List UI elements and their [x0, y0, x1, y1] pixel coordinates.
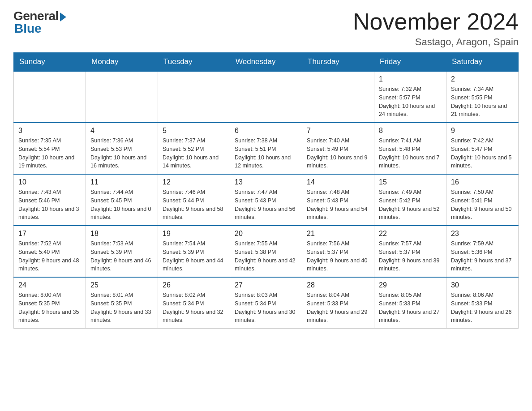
day-info: Sunrise: 7:37 AMSunset: 5:52 PMDaylight:…: [163, 137, 225, 170]
day-info: Sunrise: 7:50 AMSunset: 5:41 PMDaylight:…: [451, 188, 514, 222]
week-row-4: 17Sunrise: 7:52 AMSunset: 5:40 PMDayligh…: [14, 226, 519, 277]
calendar-cell: 2Sunrise: 7:34 AMSunset: 5:55 PMDaylight…: [446, 71, 519, 123]
day-number: 12: [163, 178, 225, 186]
day-info: Sunrise: 7:40 AMSunset: 5:49 PMDaylight:…: [307, 137, 369, 170]
calendar-cell: 24Sunrise: 8:00 AMSunset: 5:35 PMDayligh…: [14, 277, 86, 329]
calendar-cell: [86, 71, 158, 123]
location-subtitle: Sastago, Aragon, Spain: [353, 36, 519, 48]
day-info: Sunrise: 7:59 AMSunset: 5:36 PMDaylight:…: [451, 240, 514, 273]
calendar-cell: 29Sunrise: 8:05 AMSunset: 5:33 PMDayligh…: [374, 277, 446, 329]
day-info: Sunrise: 7:49 AMSunset: 5:42 PMDaylight:…: [379, 188, 442, 222]
day-info: Sunrise: 8:01 AMSunset: 5:35 PMDaylight:…: [90, 291, 153, 325]
day-number: 7: [307, 127, 369, 135]
day-info: Sunrise: 7:41 AMSunset: 5:48 PMDaylight:…: [379, 137, 442, 170]
week-row-1: 1Sunrise: 7:32 AMSunset: 5:57 PMDaylight…: [14, 71, 519, 123]
calendar-cell: 17Sunrise: 7:52 AMSunset: 5:40 PMDayligh…: [14, 226, 86, 277]
weekday-header-saturday: Saturday: [446, 53, 519, 72]
calendar-table: SundayMondayTuesdayWednesdayThursdayFrid…: [13, 52, 519, 329]
calendar-cell: 16Sunrise: 7:50 AMSunset: 5:41 PMDayligh…: [446, 174, 519, 226]
weekday-header-sunday: Sunday: [14, 53, 86, 72]
day-info: Sunrise: 7:47 AMSunset: 5:43 PMDaylight:…: [235, 188, 297, 222]
title-block: November 2024 Sastago, Aragon, Spain: [353, 9, 519, 48]
calendar-cell: 6Sunrise: 7:38 AMSunset: 5:51 PMDaylight…: [230, 123, 302, 174]
weekday-header-tuesday: Tuesday: [158, 53, 230, 72]
calendar-cell: 23Sunrise: 7:59 AMSunset: 5:36 PMDayligh…: [446, 226, 519, 277]
day-info: Sunrise: 7:44 AMSunset: 5:45 PMDaylight:…: [90, 188, 153, 222]
weekday-header-row: SundayMondayTuesdayWednesdayThursdayFrid…: [14, 53, 519, 72]
day-number: 24: [18, 281, 81, 289]
day-number: 30: [451, 281, 514, 289]
day-number: 8: [379, 127, 442, 135]
calendar-cell: 10Sunrise: 7:43 AMSunset: 5:46 PMDayligh…: [14, 174, 86, 226]
calendar-cell: 27Sunrise: 8:03 AMSunset: 5:34 PMDayligh…: [230, 277, 302, 329]
month-year-title: November 2024: [353, 9, 519, 34]
day-number: 28: [307, 281, 369, 289]
day-info: Sunrise: 7:57 AMSunset: 5:37 PMDaylight:…: [379, 240, 442, 273]
logo: General Blue: [13, 9, 66, 36]
day-info: Sunrise: 7:55 AMSunset: 5:38 PMDaylight:…: [235, 240, 297, 273]
calendar-cell: 21Sunrise: 7:56 AMSunset: 5:37 PMDayligh…: [302, 226, 374, 277]
day-number: 25: [90, 281, 153, 289]
day-number: 22: [379, 230, 442, 238]
day-number: 17: [18, 230, 81, 238]
day-number: 10: [18, 178, 81, 186]
calendar-cell: 25Sunrise: 8:01 AMSunset: 5:35 PMDayligh…: [86, 277, 158, 329]
day-info: Sunrise: 7:56 AMSunset: 5:37 PMDaylight:…: [307, 240, 369, 273]
day-number: 6: [235, 127, 297, 135]
calendar-cell: 30Sunrise: 8:06 AMSunset: 5:33 PMDayligh…: [446, 277, 519, 329]
day-number: 21: [307, 230, 369, 238]
calendar-cell: 14Sunrise: 7:48 AMSunset: 5:43 PMDayligh…: [302, 174, 374, 226]
weekday-header-thursday: Thursday: [302, 53, 374, 72]
day-number: 26: [163, 281, 225, 289]
calendar-cell: 13Sunrise: 7:47 AMSunset: 5:43 PMDayligh…: [230, 174, 302, 226]
day-number: 27: [235, 281, 297, 289]
weekday-header-friday: Friday: [374, 53, 446, 72]
day-number: 20: [235, 230, 297, 238]
day-info: Sunrise: 7:38 AMSunset: 5:51 PMDaylight:…: [235, 137, 297, 170]
calendar-cell: 22Sunrise: 7:57 AMSunset: 5:37 PMDayligh…: [374, 226, 446, 277]
weekday-header-wednesday: Wednesday: [230, 53, 302, 72]
day-number: 15: [379, 178, 442, 186]
day-info: Sunrise: 7:54 AMSunset: 5:39 PMDaylight:…: [163, 240, 225, 273]
day-info: Sunrise: 7:36 AMSunset: 5:53 PMDaylight:…: [90, 137, 153, 170]
day-number: 29: [379, 281, 442, 289]
weekday-header-monday: Monday: [86, 53, 158, 72]
calendar-cell: 5Sunrise: 7:37 AMSunset: 5:52 PMDaylight…: [158, 123, 230, 174]
calendar-cell: 15Sunrise: 7:49 AMSunset: 5:42 PMDayligh…: [374, 174, 446, 226]
calendar-cell: 18Sunrise: 7:53 AMSunset: 5:39 PMDayligh…: [86, 226, 158, 277]
calendar-cell: 26Sunrise: 8:02 AMSunset: 5:34 PMDayligh…: [158, 277, 230, 329]
calendar-cell: [230, 71, 302, 123]
calendar-cell: [14, 71, 86, 123]
day-info: Sunrise: 7:53 AMSunset: 5:39 PMDaylight:…: [90, 240, 153, 273]
day-info: Sunrise: 7:42 AMSunset: 5:47 PMDaylight:…: [451, 137, 514, 170]
day-info: Sunrise: 7:43 AMSunset: 5:46 PMDaylight:…: [18, 188, 81, 222]
day-info: Sunrise: 8:02 AMSunset: 5:34 PMDaylight:…: [163, 291, 225, 325]
day-number: 23: [451, 230, 514, 238]
week-row-5: 24Sunrise: 8:00 AMSunset: 5:35 PMDayligh…: [14, 277, 519, 329]
week-row-2: 3Sunrise: 7:35 AMSunset: 5:54 PMDaylight…: [14, 123, 519, 174]
calendar-cell: [158, 71, 230, 123]
day-info: Sunrise: 7:34 AMSunset: 5:55 PMDaylight:…: [451, 85, 514, 119]
day-info: Sunrise: 7:52 AMSunset: 5:40 PMDaylight:…: [18, 240, 81, 273]
calendar-cell: 20Sunrise: 7:55 AMSunset: 5:38 PMDayligh…: [230, 226, 302, 277]
logo-arrow-icon: [60, 13, 66, 21]
day-number: 18: [90, 230, 153, 238]
day-number: 11: [90, 178, 153, 186]
logo-blue-text: Blue: [13, 21, 42, 36]
calendar-cell: 4Sunrise: 7:36 AMSunset: 5:53 PMDaylight…: [86, 123, 158, 174]
calendar-cell: 12Sunrise: 7:46 AMSunset: 5:44 PMDayligh…: [158, 174, 230, 226]
calendar-cell: 1Sunrise: 7:32 AMSunset: 5:57 PMDaylight…: [374, 71, 446, 123]
day-number: 13: [235, 178, 297, 186]
calendar-cell: [302, 71, 374, 123]
day-number: 1: [379, 75, 442, 83]
calendar-cell: 11Sunrise: 7:44 AMSunset: 5:45 PMDayligh…: [86, 174, 158, 226]
week-row-3: 10Sunrise: 7:43 AMSunset: 5:46 PMDayligh…: [14, 174, 519, 226]
day-number: 19: [163, 230, 225, 238]
calendar-cell: 19Sunrise: 7:54 AMSunset: 5:39 PMDayligh…: [158, 226, 230, 277]
day-number: 14: [307, 178, 369, 186]
day-info: Sunrise: 7:35 AMSunset: 5:54 PMDaylight:…: [18, 137, 81, 170]
day-number: 16: [451, 178, 514, 186]
calendar-cell: 3Sunrise: 7:35 AMSunset: 5:54 PMDaylight…: [14, 123, 86, 174]
day-number: 5: [163, 127, 225, 135]
day-number: 3: [18, 127, 81, 135]
